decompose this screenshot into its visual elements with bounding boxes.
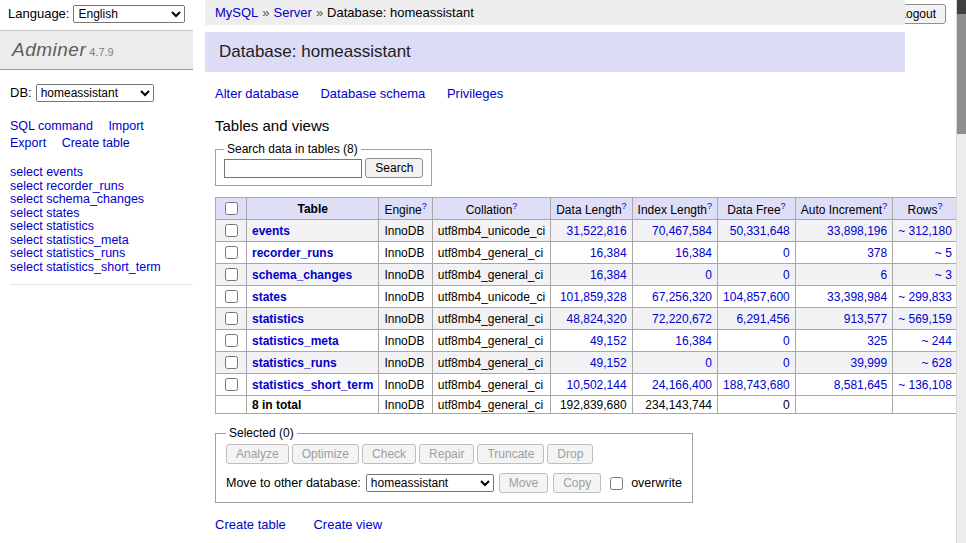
- auto-increment-link[interactable]: 6: [880, 268, 887, 282]
- scrollbar[interactable]: [956, 0, 966, 543]
- row-checkbox[interactable]: [225, 312, 238, 325]
- auto-increment-link[interactable]: 33,898,196: [827, 224, 887, 238]
- table-name-link[interactable]: statistics_meta: [252, 334, 339, 348]
- help-icon[interactable]: ?: [422, 201, 427, 211]
- data-free-link[interactable]: 0: [783, 246, 790, 260]
- row-checkbox[interactable]: [225, 224, 238, 237]
- check-button[interactable]: Check: [362, 444, 416, 464]
- rows-count-link[interactable]: ~ 3: [935, 268, 952, 282]
- breadcrumb-mysql-link[interactable]: MySQL: [215, 5, 258, 20]
- language-select[interactable]: English: [73, 5, 185, 23]
- move-db-select[interactable]: homeassistant: [366, 474, 494, 492]
- auto-increment-link[interactable]: 325: [867, 334, 887, 348]
- index-length-link[interactable]: 24,166,400: [652, 378, 712, 392]
- optimize-button[interactable]: Optimize: [292, 444, 359, 464]
- data-length-link[interactable]: 48,824,320: [567, 312, 627, 326]
- rows-count-link[interactable]: ~ 244: [922, 334, 952, 348]
- truncate-button[interactable]: Truncate: [477, 444, 544, 464]
- row-checkbox[interactable]: [225, 290, 238, 303]
- data-length-link[interactable]: 31,522,816: [567, 224, 627, 238]
- index-length-link[interactable]: 0: [705, 356, 712, 370]
- help-icon[interactable]: ?: [512, 201, 517, 211]
- rows-count-link[interactable]: ~ 136,108: [898, 378, 952, 392]
- data-length-link[interactable]: 16,384: [590, 246, 627, 260]
- scrollbar-thumb[interactable]: [957, 14, 966, 134]
- create-table-link[interactable]: Create table: [215, 517, 286, 532]
- move-button[interactable]: Move: [499, 473, 548, 493]
- analyze-button[interactable]: Analyze: [226, 444, 289, 464]
- index-length-link[interactable]: 72,220,672: [652, 312, 712, 326]
- db-select[interactable]: homeassistant: [36, 84, 154, 102]
- create-view-link[interactable]: Create view: [313, 517, 382, 532]
- index-length-link[interactable]: 16,384: [675, 334, 712, 348]
- table-name-link[interactable]: states: [252, 290, 287, 304]
- table-name-link[interactable]: schema_changes: [252, 268, 352, 282]
- auto-increment-link[interactable]: 39,999: [850, 356, 887, 370]
- row-checkbox[interactable]: [225, 356, 238, 369]
- help-icon[interactable]: ?: [882, 201, 887, 211]
- data-length-link[interactable]: 49,152: [590, 334, 627, 348]
- table-name-link[interactable]: statistics_short_term: [252, 378, 373, 392]
- data-length-link[interactable]: 16,384: [590, 268, 627, 282]
- rows-count-link[interactable]: ~ 312,180: [898, 224, 952, 238]
- index-length-link[interactable]: 70,467,584: [652, 224, 712, 238]
- help-icon[interactable]: ?: [781, 201, 786, 211]
- data-free-link[interactable]: 0: [783, 268, 790, 282]
- rows-count-link[interactable]: ~ 5: [935, 246, 952, 260]
- adminer-logo[interactable]: Adminer: [12, 39, 86, 60]
- sidebar-table-link[interactable]: select statistics_meta: [10, 234, 193, 248]
- search-input[interactable]: [224, 159, 362, 178]
- help-icon[interactable]: ?: [938, 201, 943, 211]
- data-free-link[interactable]: 0: [783, 334, 790, 348]
- data-free-link[interactable]: 188,743,680: [723, 378, 790, 392]
- data-length-link[interactable]: 10,502,144: [567, 378, 627, 392]
- breadcrumb-server-link[interactable]: Server: [274, 5, 312, 20]
- privileges-link[interactable]: Privileges: [447, 86, 503, 101]
- rows-count-link[interactable]: ~ 299,833: [898, 290, 952, 304]
- help-icon[interactable]: ?: [707, 201, 712, 211]
- data-free-link[interactable]: 6,291,456: [736, 312, 789, 326]
- table-name-link[interactable]: recorder_runs: [252, 246, 333, 260]
- index-length-link[interactable]: 67,256,320: [652, 290, 712, 304]
- sidebar-table-link[interactable]: select recorder_runs: [10, 180, 193, 194]
- row-checkbox[interactable]: [225, 334, 238, 347]
- search-button[interactable]: Search: [365, 158, 423, 178]
- auto-increment-link[interactable]: 8,581,645: [834, 378, 887, 392]
- help-icon[interactable]: ?: [622, 201, 627, 211]
- repair-button[interactable]: Repair: [419, 444, 474, 464]
- sidebar-table-link[interactable]: select states: [10, 207, 193, 221]
- table-name-link[interactable]: statistics: [252, 312, 304, 326]
- database-schema-link[interactable]: Database schema: [320, 86, 425, 101]
- sidebar-table-link[interactable]: select statistics_runs: [10, 247, 193, 261]
- row-checkbox[interactable]: [225, 246, 238, 259]
- auto-increment-link[interactable]: 378: [867, 246, 887, 260]
- import-link[interactable]: Import: [108, 119, 143, 133]
- export-link[interactable]: Export: [10, 136, 46, 150]
- auto-increment-link[interactable]: 33,398,984: [827, 290, 887, 304]
- sidebar-table-link[interactable]: select statistics: [10, 220, 193, 234]
- row-checkbox[interactable]: [225, 378, 238, 391]
- rows-count-link[interactable]: ~ 628: [922, 356, 952, 370]
- rows-count-link[interactable]: ~ 569,159: [898, 312, 952, 326]
- auto-increment-link[interactable]: 913,577: [844, 312, 887, 326]
- data-free-link[interactable]: 104,857,600: [723, 290, 790, 304]
- data-length-link[interactable]: 49,152: [590, 356, 627, 370]
- data-free-link[interactable]: 50,331,648: [730, 224, 790, 238]
- data-free-link[interactable]: 0: [783, 356, 790, 370]
- overwrite-checkbox[interactable]: [610, 477, 623, 490]
- sidebar-table-link[interactable]: select schema_changes: [10, 193, 193, 207]
- index-length-link[interactable]: 16,384: [675, 246, 712, 260]
- index-length-link[interactable]: 0: [705, 268, 712, 282]
- sql-command-link[interactable]: SQL command: [10, 119, 93, 133]
- drop-button[interactable]: Drop: [547, 444, 593, 464]
- copy-button[interactable]: Copy: [553, 473, 601, 493]
- data-length-link[interactable]: 101,859,328: [560, 290, 627, 304]
- select-all-checkbox[interactable]: [225, 202, 238, 215]
- row-checkbox[interactable]: [225, 268, 238, 281]
- table-name-link[interactable]: statistics_runs: [252, 356, 337, 370]
- sidebar-table-link[interactable]: select events: [10, 166, 193, 180]
- scrollbar-up-arrow[interactable]: [957, 0, 966, 14]
- create-table-sidebar-link[interactable]: Create table: [62, 136, 130, 150]
- table-name-link[interactable]: events: [252, 224, 290, 238]
- alter-database-link[interactable]: Alter database: [215, 86, 299, 101]
